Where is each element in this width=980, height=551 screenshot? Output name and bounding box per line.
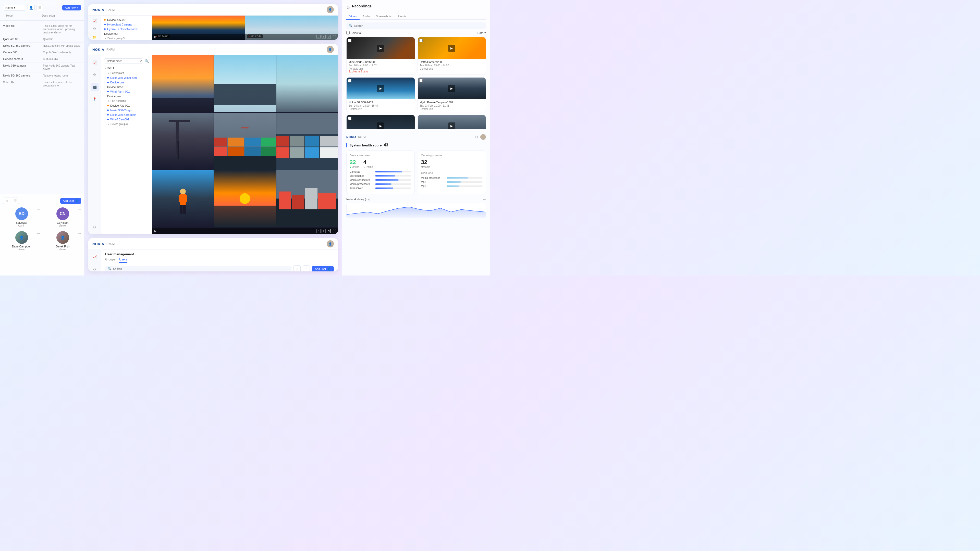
video-icon-main[interactable]: 📹 (91, 83, 99, 91)
list-view-btn[interactable]: ☰ (36, 4, 43, 11)
tree-search-icon[interactable]: 🔍 (145, 59, 149, 63)
recordings-icon[interactable]: 📁 (91, 35, 99, 39)
list-item[interactable]: Nokia 5G 360 camera Tampere testing room (0, 73, 84, 79)
network-more-icon[interactable]: ··· (483, 197, 486, 201)
more-options-icon[interactable]: ··· (78, 207, 81, 211)
map-icon-main[interactable]: 📍 (91, 95, 99, 103)
list-item[interactable]: Video file This is a test video file for… (0, 79, 84, 89)
rec-select-checkbox[interactable] (348, 79, 352, 83)
select-all-input[interactable] (346, 31, 350, 35)
list-view-users-btn[interactable]: ☰ (12, 197, 19, 204)
devices-icon-main[interactable]: ⚙ (91, 71, 99, 79)
site1-group[interactable]: ▼ Site 1 (101, 66, 152, 71)
analytics-icon[interactable]: 📈 (91, 19, 99, 23)
video-cell-containers2[interactable] (277, 113, 338, 170)
recordings-search-input[interactable] (354, 24, 484, 27)
play-icon[interactable]: ▶ (154, 35, 156, 38)
video-cell-field[interactable] (277, 56, 338, 112)
user-search-box[interactable]: 🔍 (105, 266, 291, 272)
devices-icon-mgmt[interactable]: ⚙ (91, 265, 99, 272)
rec-card-5[interactable]: ▶ (417, 115, 486, 129)
play-icon-main[interactable]: ▶ (154, 229, 156, 233)
fullscreen-icon-main[interactable]: ⛶ (333, 229, 336, 233)
device-group3-main[interactable]: ▼ Device group 3 (101, 122, 152, 127)
list-item[interactable]: Video file This is a test video file for… (0, 23, 84, 36)
list-item[interactable]: Nokia 360 camera First Nokia 360 camera-… (0, 62, 84, 73)
tree-item-device-four[interactable]: Device four (101, 32, 152, 36)
tab-video[interactable]: Video (346, 13, 360, 20)
settings-icon-main[interactable]: ⚙ (91, 223, 99, 231)
name-filter-select[interactable]: Name ▾ (3, 5, 26, 11)
tab-audio[interactable]: Audio (360, 13, 373, 20)
grid-3x3-btn[interactable]: ⊟ (327, 35, 331, 39)
tree-item-wind-farm-001[interactable]: Wind-Farm-001 (101, 89, 152, 94)
add-user-button[interactable]: Add user 👤 (60, 198, 81, 204)
settings-icon-right[interactable]: ⚙ (346, 5, 350, 10)
port-aerstone-group[interactable]: ▼ Port Aerstone (101, 98, 152, 103)
video-cell-industrial[interactable] (152, 113, 213, 170)
grid-1x1-btn[interactable]: □ (317, 35, 321, 39)
rec-card-2[interactable]: ▶ Nokia 5G 360-2403 Sun 24 Mar, 14:00 - … (346, 77, 415, 112)
avatar-card-dave[interactable]: ··· 👤 Dave Campbell Viewer (3, 231, 40, 251)
sort-select[interactable]: Default order (104, 59, 143, 64)
video-cell-sunset[interactable] (214, 170, 275, 227)
tree-item-device-one[interactable]: Device one (101, 80, 152, 85)
avatar-card-bedewar[interactable]: ··· BD BeDewar Admin (3, 207, 40, 227)
list-item[interactable]: Nokia 5G 360 camera Nokia 360 cam with s… (0, 43, 84, 49)
user-search-input[interactable] (113, 267, 289, 270)
settings-health-icon[interactable]: ⚙ (475, 135, 478, 139)
rec-card-0[interactable]: ▶ Mine-North-Shaft2603 Sun 26 Mar, 9:00 … (346, 37, 415, 75)
select-all-checkbox[interactable]: Select all (346, 31, 362, 35)
more-options-icon[interactable]: ··· (78, 231, 81, 235)
grid-9-btn[interactable]: ⊟ (327, 229, 331, 233)
rec-select-checkbox[interactable] (419, 79, 423, 83)
tree-item-aw001-top[interactable]: Device-AW-001 (101, 17, 152, 22)
tree-item-wharf[interactable]: Wharf-Cam001 (101, 117, 152, 122)
rec-card-1[interactable]: ▶ Drifts-Camera2603 Tue 26 Mar, 13:00 - … (417, 37, 486, 75)
list-toggle-btn[interactable]: ☰ (303, 265, 310, 272)
devices-icon[interactable]: ⚙ (91, 27, 99, 31)
list-item[interactable]: Generic camera Built-in audio (0, 56, 84, 62)
power-plant-group[interactable]: ▼ Power plant (101, 71, 152, 76)
grid-1-btn[interactable]: □ (317, 229, 321, 233)
rec-select-checkbox[interactable] (419, 39, 423, 42)
list-item[interactable]: Cupola 360 Cupola Gen 1 video only (0, 49, 84, 56)
add-user-mgmt-button[interactable]: Add user 👤 (312, 266, 334, 272)
tree-item-windfarm[interactable]: Nokia 360-WindFarm (101, 76, 152, 80)
tree-item-hydro-electric[interactable]: Hydro-Electric-Overview (101, 27, 152, 32)
grid-view-btn[interactable]: ⊞ (3, 197, 10, 204)
add-new-button[interactable]: Add new + (62, 5, 81, 11)
recordings-search-box[interactable]: 🔍 (346, 22, 486, 29)
list-item[interactable]: QooCam 8K QooCam (0, 36, 84, 43)
analytics-icon-main[interactable]: 📈 (91, 59, 99, 67)
tab-events[interactable]: Events (395, 13, 409, 20)
more-options-icon[interactable]: ··· (37, 231, 40, 235)
tab-users[interactable]: Users (119, 258, 127, 263)
tree-item-aw001[interactable]: Device-AW-001 (101, 103, 152, 108)
grid-4-btn[interactable]: ⊞ (321, 229, 326, 233)
video-cell-wind[interactable] (152, 56, 213, 112)
video-cell-cargo2[interactable] (277, 170, 338, 227)
tab-screenshots[interactable]: Screenshots (373, 13, 395, 20)
grid-2x2-btn[interactable]: ⊞ (321, 35, 326, 39)
fullscreen-icon[interactable]: ⛶ (333, 35, 336, 38)
tree-item-device-three[interactable]: Device three (101, 85, 152, 89)
grid-toggle-btn[interactable]: ⊞ (293, 265, 301, 272)
rec-select-checkbox[interactable] (348, 117, 352, 120)
tree-item-yard[interactable]: Nokia 360-Yard main (101, 113, 152, 117)
tree-item-hydroplant[interactable]: Hydroplant-Camera (101, 22, 152, 27)
avatar-card-derek[interactable]: ··· 👤 Derek Fish Viewer (44, 231, 81, 251)
more-options-icon[interactable]: ··· (37, 207, 40, 211)
date-filter[interactable]: Date ▾ (477, 31, 486, 35)
video-cell-solar[interactable] (214, 56, 275, 112)
video-cell-workers[interactable] (152, 170, 213, 227)
user-icon-btn[interactable]: 👤 (27, 4, 35, 11)
rec-select-checkbox[interactable] (348, 39, 352, 42)
rec-card-3[interactable]: ▶ HydroPower-Tampere1502 Thu 23 Feb, 10:… (417, 77, 486, 112)
analytics-icon-mgmt[interactable]: 📈 (91, 253, 99, 261)
video-cell-containers[interactable] (214, 113, 275, 170)
tree-item-cargo[interactable]: Nokia 360-Cargo (101, 108, 152, 113)
tab-groups[interactable]: Groups (105, 258, 115, 263)
tree-item-device-two[interactable]: Device two (101, 94, 152, 98)
avatar-card-cnisbet[interactable]: ··· CN CeNisbet Viewer (44, 207, 81, 227)
